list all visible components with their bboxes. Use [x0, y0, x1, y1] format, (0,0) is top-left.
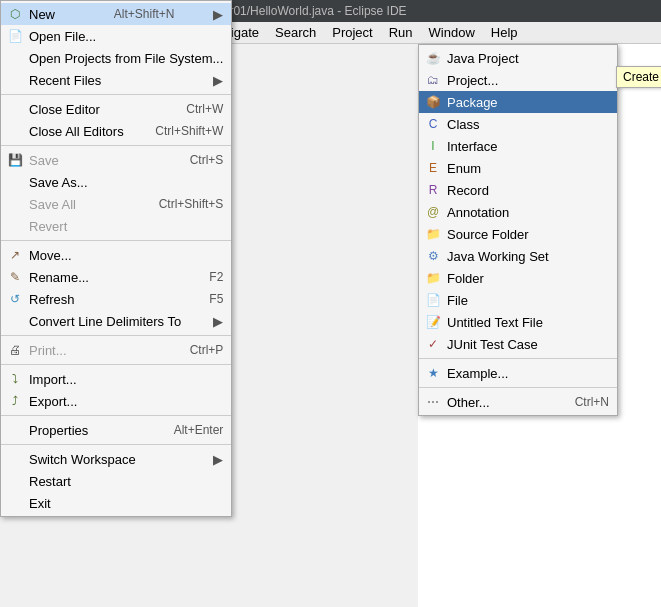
menu-item-interface[interactable]: I Interface — [419, 135, 617, 157]
java-project-icon: ☕ — [425, 50, 441, 66]
new-submenu-dropdown: ☕ Java Project 🗂 Project... 📦 Package C … — [418, 44, 618, 416]
refresh-icon: ↺ — [7, 291, 23, 307]
menu-item-rename[interactable]: ✎ Rename... F2 — [1, 266, 231, 288]
menu-item-source-folder[interactable]: 📁 Source Folder — [419, 223, 617, 245]
separator-5 — [1, 364, 231, 365]
menu-item-revert[interactable]: Revert — [1, 215, 231, 237]
menu-item-java-project[interactable]: ☕ Java Project — [419, 47, 617, 69]
menu-window[interactable]: Window — [421, 22, 483, 44]
menu-search[interactable]: Search — [267, 22, 324, 44]
open-projects-icon — [7, 50, 23, 66]
exit-icon — [7, 495, 23, 511]
properties-icon — [7, 422, 23, 438]
open-file-icon: 📄 — [7, 28, 23, 44]
move-icon: ↗ — [7, 247, 23, 263]
package-icon: 📦 — [425, 94, 441, 110]
menu-item-new[interactable]: ⬡ New Alt+Shift+N ▶ — [1, 3, 231, 25]
tooltip: Create a Ja — [616, 66, 661, 88]
menu-item-print[interactable]: 🖨 Print... Ctrl+P — [1, 339, 231, 361]
new-submenu-sep2 — [419, 387, 617, 388]
switch-workspace-arrow-icon: ▶ — [213, 452, 223, 467]
save-as-icon — [7, 174, 23, 190]
menu-item-recent-files[interactable]: Recent Files ▶ — [1, 69, 231, 91]
arrow-icon: ▶ — [213, 7, 223, 22]
menu-item-close-all-editors[interactable]: Close All Editors Ctrl+Shift+W — [1, 120, 231, 142]
menu-item-refresh[interactable]: ↺ Refresh F5 — [1, 288, 231, 310]
interface-icon: I — [425, 138, 441, 154]
menu-item-save[interactable]: 💾 Save Ctrl+S — [1, 149, 231, 171]
close-all-editors-icon — [7, 123, 23, 139]
menu-item-export[interactable]: ⤴ Export... — [1, 390, 231, 412]
export-icon: ⤴ — [7, 393, 23, 409]
menu-item-restart[interactable]: Restart — [1, 470, 231, 492]
separator-6 — [1, 415, 231, 416]
menu-item-open-file[interactable]: 📄 Open File... — [1, 25, 231, 47]
menu-item-other[interactable]: ⋯ Other... Ctrl+N — [419, 391, 617, 413]
convert-arrow-icon: ▶ — [213, 314, 223, 329]
menu-item-close-editor[interactable]: Close Editor Ctrl+W — [1, 98, 231, 120]
separator-1 — [1, 94, 231, 95]
record-icon: R — [425, 182, 441, 198]
menu-item-package[interactable]: 📦 Package — [419, 91, 617, 113]
convert-icon — [7, 313, 23, 329]
switch-workspace-icon — [7, 451, 23, 467]
separator-3 — [1, 240, 231, 241]
menu-item-annotation[interactable]: @ Annotation — [419, 201, 617, 223]
menu-item-junit-test-case[interactable]: ✓ JUnit Test Case — [419, 333, 617, 355]
rename-icon: ✎ — [7, 269, 23, 285]
separator-2 — [1, 145, 231, 146]
menu-item-move[interactable]: ↗ Move... — [1, 244, 231, 266]
menu-item-import[interactable]: ⤵ Import... — [1, 368, 231, 390]
folder-icon: 📁 — [425, 270, 441, 286]
menu-item-record[interactable]: R Record — [419, 179, 617, 201]
save-icon: 💾 — [7, 152, 23, 168]
menu-item-switch-workspace[interactable]: Switch Workspace ▶ — [1, 448, 231, 470]
menu-item-untitled-text-file[interactable]: 📝 Untitled Text File — [419, 311, 617, 333]
separator-7 — [1, 444, 231, 445]
import-icon: ⤵ — [7, 371, 23, 387]
menu-item-open-projects[interactable]: Open Projects from File System... — [1, 47, 231, 69]
menu-item-project[interactable]: 🗂 Project... — [419, 69, 617, 91]
project-icon: 🗂 — [425, 72, 441, 88]
revert-icon — [7, 218, 23, 234]
menu-item-folder[interactable]: 📁 Folder — [419, 267, 617, 289]
save-all-icon — [7, 196, 23, 212]
print-icon: 🖨 — [7, 342, 23, 358]
menu-item-enum[interactable]: E Enum — [419, 157, 617, 179]
junit-icon: ✓ — [425, 336, 441, 352]
menu-item-save-as[interactable]: Save As... — [1, 171, 231, 193]
source-folder-icon: 📁 — [425, 226, 441, 242]
menu-item-save-all[interactable]: Save All Ctrl+Shift+S — [1, 193, 231, 215]
other-icon: ⋯ — [425, 394, 441, 410]
recent-files-icon — [7, 72, 23, 88]
file-icon: 📄 — [425, 292, 441, 308]
restart-icon — [7, 473, 23, 489]
menu-item-properties[interactable]: Properties Alt+Enter — [1, 419, 231, 441]
menu-item-class[interactable]: C Class — [419, 113, 617, 135]
file-menu-dropdown: ⬡ New Alt+Shift+N ▶ 📄 Open File... Open … — [0, 0, 232, 517]
class-icon: C — [425, 116, 441, 132]
menu-item-convert[interactable]: Convert Line Delimiters To ▶ — [1, 310, 231, 332]
example-icon: ★ — [425, 365, 441, 381]
new-icon: ⬡ — [7, 6, 23, 22]
text-file-icon: 📝 — [425, 314, 441, 330]
menu-item-file[interactable]: 📄 File — [419, 289, 617, 311]
menu-help[interactable]: Help — [483, 22, 526, 44]
close-editor-icon — [7, 101, 23, 117]
new-submenu-sep1 — [419, 358, 617, 359]
annotation-icon: @ — [425, 204, 441, 220]
working-set-icon: ⚙ — [425, 248, 441, 264]
menu-item-example[interactable]: ★ Example... — [419, 362, 617, 384]
menu-project[interactable]: Project — [324, 22, 380, 44]
menu-item-java-working-set[interactable]: ⚙ Java Working Set — [419, 245, 617, 267]
recent-arrow-icon: ▶ — [213, 73, 223, 88]
separator-4 — [1, 335, 231, 336]
menu-item-exit[interactable]: Exit — [1, 492, 231, 514]
menu-run[interactable]: Run — [381, 22, 421, 44]
enum-icon: E — [425, 160, 441, 176]
